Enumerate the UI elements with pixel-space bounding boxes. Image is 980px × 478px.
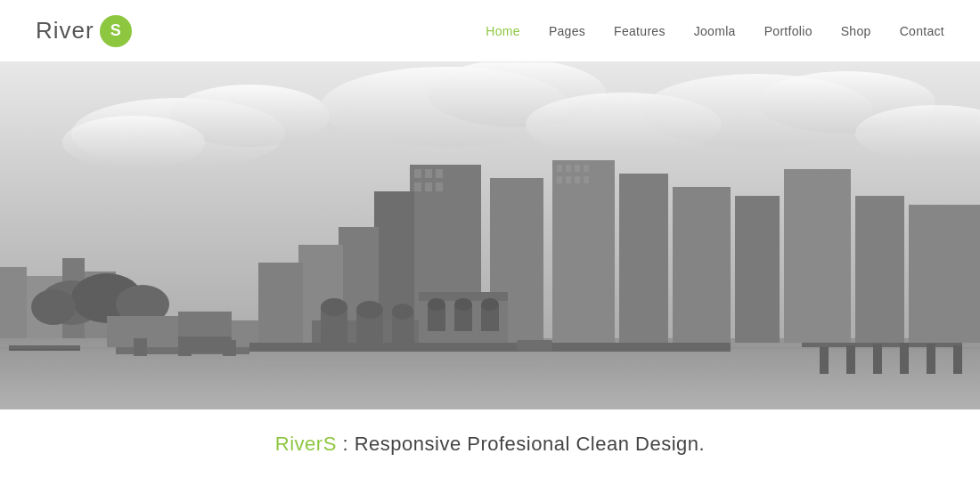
- svg-rect-35: [436, 169, 443, 178]
- nav-item-contact[interactable]: Contact: [900, 24, 944, 38]
- svg-point-22: [31, 289, 76, 325]
- svg-rect-80: [557, 176, 562, 183]
- svg-rect-81: [566, 176, 571, 183]
- logo-badge: S: [100, 15, 132, 47]
- nav-item-shop[interactable]: Shop: [841, 24, 871, 38]
- tagline-separator: :: [337, 433, 355, 455]
- svg-rect-50: [258, 263, 303, 343]
- svg-rect-37: [425, 182, 432, 191]
- svg-rect-43: [673, 187, 731, 343]
- svg-rect-72: [927, 344, 935, 374]
- svg-rect-34: [425, 169, 432, 178]
- hero-section: [0, 62, 980, 409]
- nav-item-joomla[interactable]: Joomla: [694, 24, 736, 38]
- svg-rect-36: [414, 182, 421, 191]
- svg-rect-33: [414, 169, 421, 178]
- nav-item-pages[interactable]: Pages: [549, 24, 585, 38]
- svg-rect-31: [9, 349, 80, 351]
- svg-rect-76: [557, 165, 562, 172]
- svg-rect-77: [566, 165, 571, 172]
- svg-rect-44: [735, 196, 780, 343]
- svg-rect-30: [9, 345, 80, 349]
- tagline-description: Responsive Profesional Clean Design.: [355, 433, 705, 455]
- logo-text: River: [36, 17, 94, 45]
- tagline-text: RiverS : Responsive Profesional Clean De…: [275, 433, 705, 456]
- svg-rect-42: [619, 174, 668, 343]
- svg-rect-47: [909, 205, 980, 343]
- svg-point-57: [392, 304, 413, 320]
- nav-item-features[interactable]: Features: [614, 24, 666, 38]
- svg-rect-45: [784, 169, 851, 343]
- tagline-section: RiverS : Responsive Profesional Clean De…: [0, 409, 980, 478]
- site-header: River S Home Pages Features Joomla Portf…: [0, 0, 980, 62]
- svg-rect-71: [900, 343, 909, 374]
- svg-rect-13: [267, 365, 535, 366]
- svg-rect-12: [45, 356, 223, 357]
- svg-rect-82: [575, 176, 580, 183]
- svg-rect-41: [552, 160, 615, 343]
- svg-rect-66: [249, 343, 731, 352]
- svg-point-3: [62, 116, 205, 169]
- svg-point-53: [321, 298, 347, 316]
- svg-point-63: [454, 298, 472, 311]
- svg-rect-78: [575, 165, 580, 172]
- svg-rect-38: [436, 182, 443, 191]
- svg-rect-15: [0, 267, 27, 338]
- svg-rect-70: [873, 344, 882, 374]
- svg-rect-75: [517, 340, 552, 351]
- svg-rect-46: [855, 196, 904, 343]
- nav-item-portfolio[interactable]: Portfolio: [764, 24, 813, 38]
- logo[interactable]: River S: [36, 15, 132, 47]
- svg-rect-69: [846, 345, 855, 374]
- svg-rect-83: [584, 176, 589, 183]
- svg-rect-73: [953, 345, 962, 374]
- svg-rect-27: [134, 338, 147, 356]
- svg-point-61: [428, 298, 445, 311]
- svg-rect-74: [178, 336, 232, 352]
- svg-rect-79: [584, 165, 589, 172]
- svg-point-55: [356, 301, 383, 319]
- svg-point-65: [481, 298, 499, 311]
- svg-rect-14: [624, 352, 846, 352]
- tagline-brand: RiverS: [275, 433, 337, 455]
- main-nav: Home Pages Features Joomla Portfolio Sho…: [486, 24, 944, 38]
- svg-rect-68: [820, 347, 829, 374]
- nav-item-home[interactable]: Home: [486, 24, 520, 38]
